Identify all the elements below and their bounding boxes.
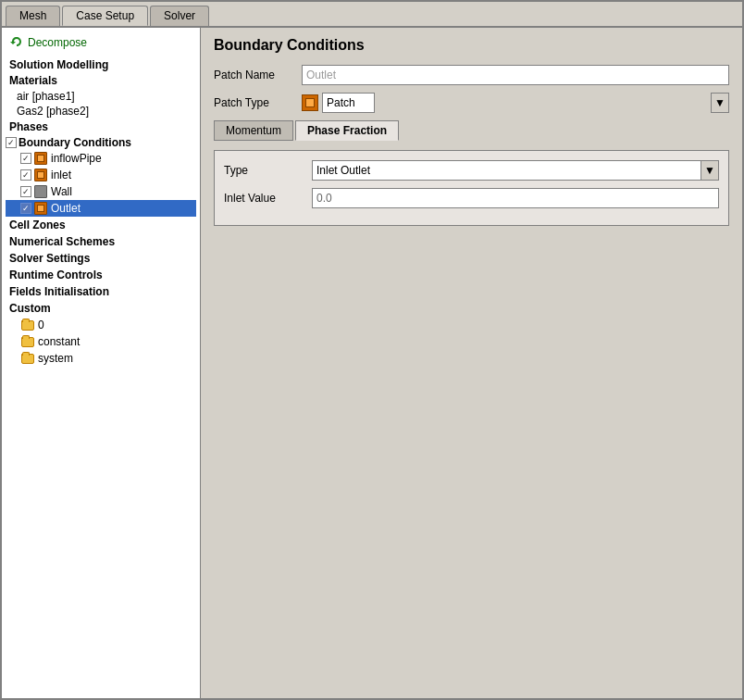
tab-phase-fraction[interactable]: Phase Fraction (295, 120, 399, 141)
sidebar-item-inlet[interactable]: ✓ inlet (6, 167, 196, 183)
sidebar: Decompose Solution Modelling Materials a… (2, 28, 201, 698)
patch-type-dropdown-arrow[interactable]: ▼ (711, 93, 729, 113)
sidebar-item-constant[interactable]: constant (6, 333, 196, 350)
custom-label[interactable]: Custom (6, 300, 196, 317)
solution-modelling-label: Solution Modelling (6, 56, 196, 72)
folder-constant-icon (20, 334, 35, 349)
inflowpipe-icon (33, 151, 48, 166)
tab-case-setup[interactable]: Case Setup (62, 6, 148, 26)
patch-name-row: Patch Name (214, 65, 729, 85)
sub-panel: Type Inlet Outlet ▼ Inlet Value (214, 150, 729, 226)
sidebar-item-wall[interactable]: ✓ Wall (6, 183, 196, 200)
type-label: Type (224, 164, 312, 177)
tab-mesh[interactable]: Mesh (6, 6, 60, 26)
boundary-conditions-checkbox[interactable]: ✓ (6, 137, 17, 148)
decompose-label: Decompose (28, 36, 87, 49)
type-dropdown-arrow[interactable]: ▼ (701, 160, 719, 181)
inflowpipe-label: inflowPipe (51, 152, 102, 165)
right-panel: Boundary Conditions Patch Name Patch Typ… (201, 28, 742, 698)
sidebar-item-outlet[interactable]: ✓ Outlet (6, 200, 196, 217)
sidebar-item-gas2[interactable]: Gas2 [phase2] (6, 104, 196, 119)
patch-type-row: Patch Type Patch ▼ (214, 93, 729, 113)
inlet-checkbox[interactable]: ✓ (20, 169, 31, 181)
cell-zones-label[interactable]: Cell Zones (6, 217, 196, 233)
inlet-value-row: Inlet Value (224, 188, 719, 208)
folder-constant-label: constant (38, 335, 80, 348)
decompose-icon (9, 35, 24, 50)
wall-icon (33, 184, 48, 199)
tab-momentum[interactable]: Momentum (214, 120, 293, 141)
folder-system-label: system (38, 352, 73, 365)
boundary-conditions-parent[interactable]: ✓ Boundary Conditions (6, 135, 196, 150)
outlet-checkbox[interactable]: ✓ (20, 203, 31, 214)
inlet-value-input[interactable] (312, 188, 719, 208)
sidebar-item-system[interactable]: system (6, 350, 196, 367)
materials-label[interactable]: Materials (6, 72, 196, 89)
folder-0-label: 0 (38, 319, 44, 331)
runtime-controls-label[interactable]: Runtime Controls (6, 267, 196, 283)
phases-label[interactable]: Phases (6, 119, 196, 135)
patch-type-label: Patch Type (214, 96, 302, 109)
wall-checkbox[interactable]: ✓ (20, 186, 31, 197)
outlet-icon (33, 201, 48, 216)
solver-settings-label[interactable]: Solver Settings (6, 250, 196, 267)
inflowpipe-checkbox[interactable]: ✓ (20, 153, 31, 164)
sidebar-item-0[interactable]: 0 (6, 317, 196, 333)
sidebar-item-air[interactable]: air [phase1] (6, 89, 196, 104)
patch-name-input[interactable] (302, 65, 729, 85)
decompose-item[interactable]: Decompose (6, 33, 196, 52)
patch-type-icon (302, 94, 318, 111)
boundary-conditions-label: Boundary Conditions (19, 136, 131, 149)
app-window: Mesh Case Setup Solver Decompose Solutio… (0, 0, 744, 700)
folder-0-icon (20, 318, 35, 332)
folder-system-icon (20, 351, 35, 366)
type-select[interactable]: Inlet Outlet (312, 160, 719, 181)
wall-label: Wall (51, 185, 72, 198)
patch-type-wrapper: Patch ▼ (302, 93, 729, 113)
tab-solver[interactable]: Solver (150, 6, 209, 26)
top-tab-bar: Mesh Case Setup Solver (2, 2, 742, 28)
numerical-schemes-label[interactable]: Numerical Schemes (6, 233, 196, 250)
patch-type-select[interactable]: Patch (322, 93, 375, 113)
panel-title: Boundary Conditions (214, 37, 729, 54)
gas2-label: Gas2 [phase2] (17, 105, 89, 118)
type-row: Type Inlet Outlet ▼ (224, 160, 719, 181)
sub-tab-bar: Momentum Phase Fraction (214, 120, 729, 141)
air-label: air [phase1] (17, 90, 75, 103)
fields-init-label[interactable]: Fields Initialisation (6, 283, 196, 300)
inlet-value-label: Inlet Value (224, 192, 312, 205)
sidebar-item-inflowpipe[interactable]: ✓ inflowPipe (6, 150, 196, 167)
main-content: Decompose Solution Modelling Materials a… (2, 28, 742, 698)
inlet-icon (33, 168, 48, 182)
patch-name-label: Patch Name (214, 69, 302, 81)
inlet-label: inlet (51, 169, 71, 181)
outlet-label: Outlet (51, 202, 81, 215)
